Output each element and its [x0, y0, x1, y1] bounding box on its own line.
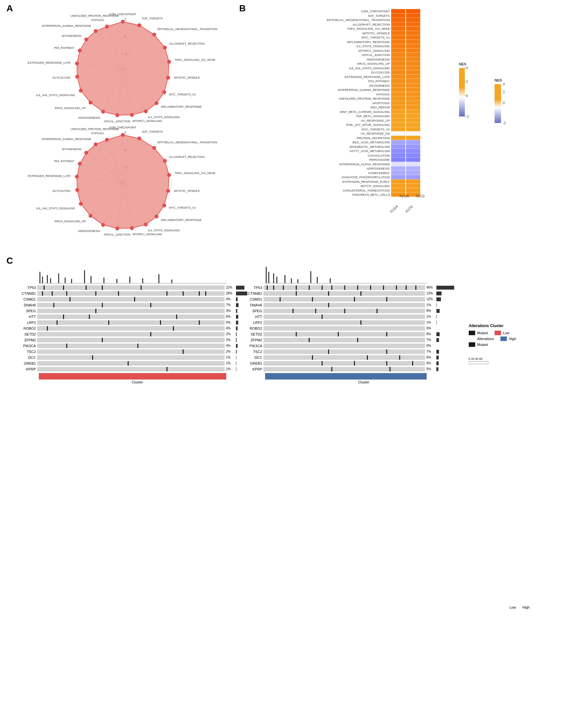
svg-point-111: [78, 162, 82, 166]
mutation-mark: [63, 285, 64, 290]
heatmap-cell: [406, 158, 420, 162]
mutation-mark: [309, 285, 310, 290]
mutation-mark: [293, 309, 294, 313]
table-row: TP5322%: [16, 285, 236, 290]
svg-rect-146: [65, 278, 65, 283]
oncoprint-track: [264, 285, 425, 290]
col-label-tcga: TCGA: [399, 194, 409, 198]
legend-title: NES: [495, 78, 502, 82]
svg-point-43: [78, 49, 82, 52]
svg-text:IL6_JAK_STAT3_SIGNALING: IL6_JAK_STAT3_SIGNALING: [36, 207, 75, 210]
radar-chart-bottom: 3 0 -3 G2M_CHECKPOINT E2F_: [16, 123, 229, 239]
mutation-mark: [92, 355, 93, 360]
heatmap-cell: [406, 66, 420, 70]
mutation-mark: [70, 297, 71, 302]
mutation-mark: [150, 303, 151, 307]
table-row: SPEG8%: [242, 308, 462, 314]
svg-text:TNFA_SIGNALING_VIA_NFKB: TNFA_SIGNALING_VIA_NFKB: [174, 172, 215, 175]
svg-point-46: [105, 25, 109, 28]
mutation-mark: [176, 314, 177, 319]
gene-label: KPRP: [16, 367, 37, 371]
legend-label-0: 0: [503, 101, 505, 105]
gene-label: HTT: [242, 315, 264, 319]
heatmap-cell: [406, 175, 420, 179]
heatmap-cell: [391, 61, 405, 66]
heatmap-row-label: INTERFERON_GAMMA_RESPONSE: [338, 88, 390, 92]
gene-label: TSC2: [16, 350, 37, 354]
mutation-mark: [166, 367, 167, 371]
mutation-percentage: 3%: [225, 309, 236, 313]
high-label: High: [522, 605, 530, 609]
svg-point-41: [75, 75, 79, 79]
oncoprint-track: [37, 309, 225, 313]
svg-text:ALLOGRAFT_REJECTION: ALLOGRAFT_REJECTION: [169, 42, 204, 45]
mutation-mark: [95, 291, 96, 296]
svg-point-45: [94, 29, 98, 33]
panel-b: G2M_CHECKPOINTE2F_TARGETSEPITHELIAL_MESE…: [239, 3, 562, 249]
heatmap-cell: [391, 70, 405, 74]
mutation-mark: [166, 291, 167, 296]
table-row: DCC6%: [242, 355, 462, 360]
gene-label: LRP2: [16, 321, 37, 324]
mutation-mark: [102, 303, 103, 307]
mutation-mark: [386, 332, 387, 337]
legend-alterations-label: Alterations: [477, 337, 494, 341]
heatmap-cell: [406, 49, 420, 53]
heatmap-cell: [391, 166, 405, 171]
heatmap-cell: [406, 101, 420, 105]
svg-rect-147: [71, 279, 72, 283]
legend-label-4: 4: [503, 82, 505, 86]
mutation-percentage: 7%: [425, 338, 436, 342]
oncoprint-track: [264, 361, 425, 366]
mutation-percentage: 6%: [425, 356, 436, 359]
heatmap-row-label: ESTROGEN_RESPONSE_EARLY: [342, 180, 390, 183]
percentage-bar: [236, 367, 236, 371]
heatmap-row-label: CHOLESTEROL_HOMEOSTASIS: [343, 189, 390, 192]
heatmap-row-label: APOPTOSIS: [372, 101, 390, 105]
mutation-mark: [296, 332, 297, 337]
oncoprint-track: [264, 291, 425, 296]
heatmap-row-label: MYC_TARGETS_V1: [362, 35, 390, 39]
legend-val--2: -2: [466, 115, 469, 119]
cluster-label-left: Cluster: [39, 380, 236, 384]
percentage-bar: [436, 309, 440, 313]
heatmap-cell: [406, 22, 420, 27]
svg-text:P53_PATHWAY: P53_PATHWAY: [54, 46, 74, 50]
heatmap-cell: [391, 9, 405, 13]
nes-legend-title: NES: [459, 62, 466, 66]
heatmap-row-label: COMPLEMENT: [368, 171, 390, 175]
mutation-mark: [328, 303, 329, 307]
mutation-mark: [354, 297, 355, 302]
mutation-mark: [312, 297, 313, 302]
svg-point-32: [166, 76, 170, 80]
mutation-mark: [360, 320, 361, 325]
mutation-mark: [128, 361, 129, 366]
gene-label: LRP2: [242, 321, 264, 324]
mutation-mark: [296, 291, 297, 296]
mutation-mark: [199, 320, 200, 325]
table-row: KPRP1%: [16, 366, 236, 372]
mutation-mark: [331, 367, 332, 371]
heatmap-row-label: TNFA_SIGNALING_VIA_NFKB: [347, 27, 390, 30]
oncoprint-track: [37, 338, 225, 342]
svg-text:KRAS_SIGNALING_UP: KRAS_SIGNALING_UP: [55, 220, 86, 223]
svg-text:ESTROGEN_RESPONSE_LATE: ESTROGEN_RESPONSE_LATE: [28, 61, 71, 64]
mutation-mark: [386, 361, 387, 366]
oncoprint-track: [37, 367, 225, 371]
svg-rect-162: [273, 274, 274, 283]
legend-val-0: 0: [466, 94, 468, 98]
oncoprint-track: [264, 367, 425, 371]
percentage-bar: [236, 344, 238, 348]
mutation-mark: [89, 314, 90, 319]
oncoprint-left: 6 3 0 TP5322%CTNNB129%CSMD14%DNAH67%SPEG…: [16, 265, 236, 384]
mutation-percentage: 7%: [225, 303, 236, 307]
heatmap-cell: [391, 35, 405, 40]
heatmap-cell: [391, 162, 405, 166]
svg-point-98: [163, 159, 167, 163]
heatmap-cell: [391, 140, 405, 144]
col-label-iccg: ICCG: [416, 194, 425, 198]
mutation-mark: [370, 285, 371, 290]
svg-text:ANGIOGENESIS: ANGIOGENESIS: [78, 116, 100, 120]
mutation-mark: [399, 355, 400, 360]
svg-point-38: [101, 110, 105, 113]
